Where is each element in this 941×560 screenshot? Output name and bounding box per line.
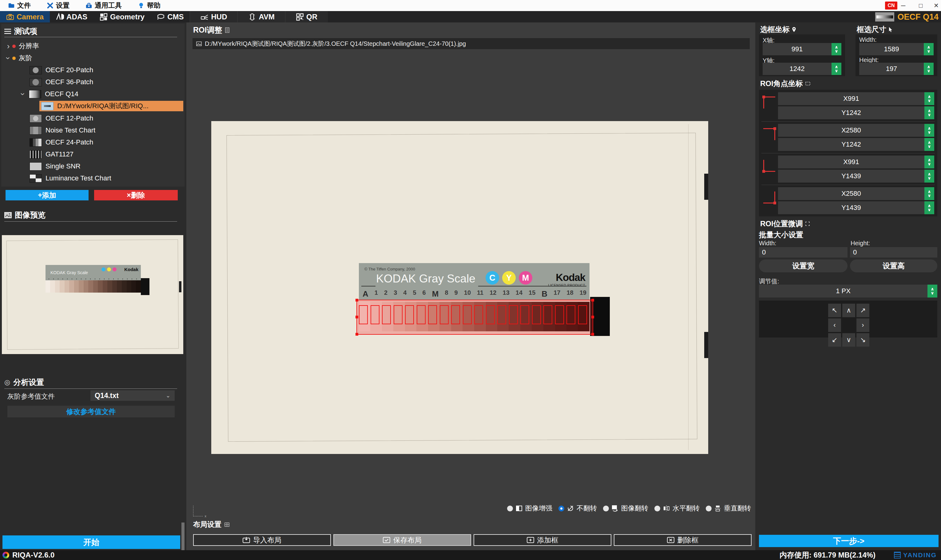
roi-patch-box[interactable] (451, 305, 460, 324)
x-axis-value[interactable]: 991 (762, 43, 832, 55)
stepper-buttons[interactable]: ∧∨ (924, 106, 934, 119)
stepper-buttons[interactable]: ∧∨ (924, 187, 934, 200)
radio-icon[interactable] (603, 506, 609, 511)
roi-patch-box[interactable] (497, 305, 506, 324)
height-value[interactable]: 197 (859, 63, 924, 75)
corner4-y[interactable]: Y1439 (778, 201, 924, 214)
corner1-x[interactable]: X991 (778, 92, 924, 105)
roi-patch-box[interactable] (382, 305, 391, 324)
minimize-button[interactable]: ─ (901, 0, 905, 11)
set-height-button[interactable]: 设置高 (850, 259, 937, 272)
roi-patch-box[interactable] (532, 305, 541, 324)
nudge-up-left-button[interactable]: ↖ (828, 304, 841, 317)
option-no-flip[interactable]: 不翻转 (559, 504, 597, 513)
tab-camera[interactable]: Camera (0, 11, 50, 22)
stepper-buttons[interactable]: ∧∨ (927, 285, 937, 297)
roi-handle-tr[interactable] (591, 299, 594, 302)
roi-patch-box[interactable] (359, 305, 368, 324)
nudge-up-button[interactable]: ∧ (842, 304, 855, 317)
stepper-buttons[interactable]: ∧∨ (924, 124, 934, 137)
roi-handle-right[interactable] (591, 315, 594, 318)
roi-patch-box[interactable] (417, 305, 426, 324)
image-viewport[interactable]: © The Tiffen Company, 2000 KODAK Gray Sc… (211, 121, 708, 454)
nudge-down-right-button[interactable]: ↘ (856, 333, 869, 347)
modify-ref-file-button[interactable]: 修改参考值文件 (8, 406, 175, 417)
tree-item-gat1127[interactable]: GAT1127 (0, 149, 213, 160)
option-horizontal-flip[interactable]: 水平翻转 (655, 504, 699, 513)
tree-item-grayscale[interactable]: › 灰阶 (0, 52, 188, 64)
radio-icon[interactable] (706, 506, 712, 511)
stepper-buttons[interactable]: ∧∨ (924, 170, 934, 183)
chevron-right-icon[interactable]: › (4, 43, 12, 49)
menu-file[interactable]: 文件 (0, 0, 39, 11)
nudge-left-button[interactable]: ‹ (828, 318, 841, 332)
stepper-buttons[interactable]: ∧∨ (832, 63, 841, 75)
roi-handle-bl[interactable] (356, 333, 358, 335)
tree-item-oecf-12patch[interactable]: OECF 12-Patch (0, 113, 213, 124)
roi-patch-box[interactable] (463, 305, 472, 324)
roi-patch-box[interactable] (520, 305, 529, 324)
image-path-bar[interactable]: D:/MYwork/RIQA测试图/RIQA测试图/2.灰阶/3.OECF Q1… (193, 38, 750, 49)
tree-item-oecf-q14[interactable]: › OECF Q14 (0, 89, 202, 100)
next-step-button[interactable]: 下一步-> (759, 535, 938, 547)
save-layout-button[interactable]: 保存布局 (333, 534, 471, 546)
delete-button[interactable]: ×删除 (94, 190, 178, 200)
start-button[interactable]: 开始 (3, 535, 180, 549)
option-vertical-flip[interactable]: 垂直翻转 (706, 504, 751, 513)
tree-item-noise-test-chart[interactable]: Noise Test Chart (0, 125, 213, 136)
stepper-buttons[interactable]: ∧∨ (924, 63, 933, 75)
option-image-flip[interactable]: 图像翻转 (603, 504, 648, 513)
roi-patch-box[interactable] (544, 305, 552, 324)
width-value[interactable]: 1589 (859, 43, 924, 55)
tree-item-oecf-36patch[interactable]: OECF 36-Patch (0, 77, 213, 88)
stepper-buttons[interactable]: ∧∨ (924, 201, 934, 214)
roi-patch-box[interactable] (567, 305, 575, 324)
stepper-buttons[interactable]: ∧∨ (924, 155, 934, 168)
tree-item-resolution[interactable]: › 分辨率 (0, 41, 188, 52)
close-button[interactable]: ✕ (933, 0, 939, 11)
chevron-down-icon[interactable]: › (20, 90, 26, 98)
adjust-value[interactable]: 1 PX (759, 285, 927, 297)
roi-patch-box[interactable] (394, 305, 402, 324)
stepper-buttons[interactable]: ∧∨ (924, 92, 934, 105)
roi-selection-box[interactable] (356, 300, 593, 335)
tab-qr[interactable]: QR (285, 11, 328, 22)
tree-item-oecf-24patch[interactable]: OECF 24-Patch (0, 137, 213, 148)
roi-patch-box[interactable] (405, 305, 414, 324)
tab-cms[interactable]: CMS (151, 11, 190, 22)
tree-item-single-snr[interactable]: Single SNR (0, 161, 213, 172)
nudge-down-button[interactable]: ∨ (842, 333, 855, 347)
set-width-button[interactable]: 设置宽 (759, 259, 847, 272)
roi-patch-box[interactable] (440, 305, 449, 324)
roi-handle-left[interactable] (356, 315, 358, 318)
tree-item-luminance-test-chart[interactable]: Luminance Test Chart (0, 173, 213, 184)
corner4-x[interactable]: X2580 (778, 187, 924, 200)
language-badge[interactable]: CN (885, 2, 897, 9)
tab-avm[interactable]: AVM (237, 11, 285, 22)
menu-help[interactable]: 帮助 (130, 0, 168, 11)
tab-hud[interactable]: HUD (190, 11, 237, 22)
roi-patch-box[interactable] (371, 305, 379, 324)
stepper-buttons[interactable]: ∧∨ (924, 138, 934, 151)
stepper-buttons[interactable]: ∧∨ (832, 43, 841, 55)
tab-geometry[interactable]: Geometry (94, 11, 151, 22)
stepper-buttons[interactable]: ∧∨ (924, 43, 933, 55)
tree-item-oecf-20patch[interactable]: OECF 20-Patch (0, 65, 213, 75)
nudge-right-button[interactable]: › (856, 318, 869, 332)
corner2-x[interactable]: X2580 (778, 124, 924, 137)
corner3-x[interactable]: X991 (778, 155, 924, 168)
add-button[interactable]: +添加 (6, 190, 89, 200)
nudge-up-right-button[interactable]: ↗ (856, 304, 869, 317)
roi-handle-tl[interactable] (356, 299, 358, 302)
ref-file-select[interactable]: Q14.txt ⌄ (91, 390, 175, 401)
import-layout-button[interactable]: 导入布局 (193, 534, 331, 546)
y-axis-value[interactable]: 1242 (762, 63, 832, 75)
roi-patch-box[interactable] (474, 305, 483, 324)
nudge-down-left-button[interactable]: ↙ (828, 333, 841, 347)
menu-settings[interactable]: 设置 (39, 0, 77, 11)
add-frame-button[interactable]: 添加框 (474, 534, 611, 546)
menu-common-tools[interactable]: 通用工具 (77, 0, 130, 11)
corner1-y[interactable]: Y1242 (778, 106, 924, 119)
chevron-down-icon[interactable]: › (5, 54, 11, 62)
corner2-y[interactable]: Y1242 (778, 138, 924, 151)
